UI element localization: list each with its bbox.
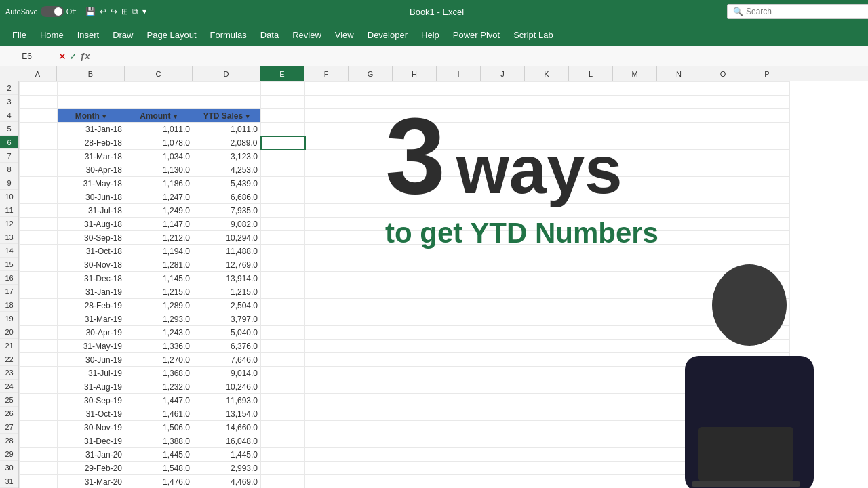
cell-G3[interactable]: [349, 96, 790, 109]
cell-G12[interactable]: [349, 218, 790, 231]
row-num-16[interactable]: 16: [0, 271, 18, 285]
col-header-N[interactable]: N: [657, 66, 701, 81]
header-ytd[interactable]: YTD Sales: [193, 109, 261, 123]
cell-F17[interactable]: [305, 285, 349, 299]
row-num-23[interactable]: 23: [0, 366, 18, 380]
row-num-31[interactable]: 31: [0, 474, 18, 488]
row-num-3[interactable]: 3: [0, 95, 18, 108]
cell-amount-8[interactable]: 1,147.0: [125, 218, 193, 231]
cell-F24[interactable]: [305, 380, 349, 394]
cell-ytd-7[interactable]: 7,935.0: [193, 204, 261, 218]
cell-month-3[interactable]: 31-Mar-18: [58, 150, 125, 163]
row-num-12[interactable]: 12: [0, 217, 18, 230]
cell-amount-7[interactable]: 1,249.0: [125, 204, 193, 218]
cell-ytd-1[interactable]: 1,011.0: [193, 123, 261, 136]
cell-month-14[interactable]: 28-Feb-19: [58, 299, 125, 312]
cell-amount-14[interactable]: 1,289.0: [125, 299, 193, 312]
cell-F3[interactable]: [305, 96, 349, 109]
cell-A16[interactable]: [20, 272, 58, 285]
cell-F26[interactable]: [305, 407, 349, 421]
cell-month-16[interactable]: 30-Apr-19: [58, 326, 125, 340]
cell-F22[interactable]: [305, 353, 349, 367]
cell-ytd-21[interactable]: 11,693.0: [193, 394, 261, 407]
cell-amount-20[interactable]: 1,232.0: [125, 380, 193, 394]
cell-E30[interactable]: [261, 462, 305, 475]
row-num-27[interactable]: 27: [0, 420, 18, 434]
col-header-E[interactable]: E: [260, 66, 304, 81]
row-num-19[interactable]: 19: [0, 312, 18, 325]
cell-A18[interactable]: [20, 299, 58, 312]
cell-ytd-10[interactable]: 11,488.0: [193, 245, 261, 258]
cell-A5[interactable]: [20, 123, 58, 136]
cell-E29[interactable]: [261, 448, 305, 462]
cell-A26[interactable]: [20, 407, 58, 421]
cell-A25[interactable]: [20, 394, 58, 407]
col-header-G[interactable]: G: [349, 66, 393, 81]
cell-E14[interactable]: [261, 245, 305, 258]
cell-F8[interactable]: [305, 163, 349, 177]
cell-E20[interactable]: [261, 326, 305, 340]
cell-month-4[interactable]: 30-Apr-18: [58, 163, 125, 177]
cell-A19[interactable]: [20, 312, 58, 326]
col-header-A[interactable]: A: [19, 66, 57, 81]
menu-draw[interactable]: Draw: [106, 27, 140, 43]
col-header-I[interactable]: I: [437, 66, 481, 81]
cell-amount-9[interactable]: 1,212.0: [125, 231, 193, 245]
header-month[interactable]: Month: [58, 109, 125, 123]
row-num-15[interactable]: 15: [0, 258, 18, 271]
cell-F30[interactable]: [305, 462, 349, 475]
row-num-7[interactable]: 7: [0, 149, 18, 163]
row-num-10[interactable]: 10: [0, 190, 18, 203]
cell-F6[interactable]: [305, 136, 349, 150]
cell-month-11[interactable]: 30-Nov-18: [58, 258, 125, 272]
cell-G9[interactable]: [349, 177, 790, 190]
cell-month-26[interactable]: 29-Feb-20: [58, 462, 125, 475]
menu-home[interactable]: Home: [33, 27, 71, 43]
row-num-21[interactable]: 21: [0, 339, 18, 352]
menu-view[interactable]: View: [328, 27, 361, 43]
cell-F18[interactable]: [305, 299, 349, 312]
cell-amount-10[interactable]: 1,194.0: [125, 245, 193, 258]
cell-reference[interactable]: E6: [0, 52, 54, 61]
row-num-17[interactable]: 17: [0, 285, 18, 298]
cell-month-27[interactable]: 31-Mar-20: [58, 475, 125, 489]
cell-C2[interactable]: [125, 82, 193, 96]
cell-E22[interactable]: [261, 353, 305, 367]
cell-E5[interactable]: [261, 123, 305, 136]
cell-amount-6[interactable]: 1,247.0: [125, 190, 193, 204]
cell-month-6[interactable]: 30-Jun-18: [58, 190, 125, 204]
cell-G13[interactable]: [349, 231, 790, 245]
cell-A20[interactable]: [20, 326, 58, 340]
cell-B3[interactable]: [58, 96, 125, 109]
cell-amount-27[interactable]: 1,476.0: [125, 475, 193, 489]
grid-icon[interactable]: ⊞: [121, 7, 128, 16]
cell-A12[interactable]: [20, 218, 58, 231]
cell-E24[interactable]: [261, 380, 305, 394]
cell-A13[interactable]: [20, 231, 58, 245]
cell-E2[interactable]: [261, 82, 305, 96]
cell-ytd-19[interactable]: 9,014.0: [193, 367, 261, 380]
cell-E4[interactable]: [261, 109, 305, 123]
menu-insert[interactable]: Insert: [71, 27, 106, 43]
cell-F16[interactable]: [305, 272, 349, 285]
row-num-11[interactable]: 11: [0, 203, 18, 217]
cell-G6[interactable]: [349, 136, 790, 150]
save-icon[interactable]: 💾: [85, 7, 96, 16]
cell-E11[interactable]: [261, 204, 305, 218]
cell-A7[interactable]: [20, 150, 58, 163]
cell-ytd-18[interactable]: 7,646.0: [193, 353, 261, 367]
cell-F21[interactable]: [305, 340, 349, 353]
row-num-24[interactable]: 24: [0, 380, 18, 393]
cell-A29[interactable]: [20, 448, 58, 462]
cell-ytd-8[interactable]: 9,082.0: [193, 218, 261, 231]
row-num-4[interactable]: 4: [0, 108, 18, 122]
search-box[interactable]: 🔍: [727, 4, 868, 19]
cell-G11[interactable]: [349, 204, 790, 218]
cell-F27[interactable]: [305, 421, 349, 434]
row-num-18[interactable]: 18: [0, 298, 18, 312]
cell-month-17[interactable]: 31-May-19: [58, 340, 125, 353]
cell-month-12[interactable]: 31-Dec-18: [58, 272, 125, 285]
cell-amount-3[interactable]: 1,034.0: [125, 150, 193, 163]
col-header-F[interactable]: F: [304, 66, 349, 81]
row-num-30[interactable]: 30: [0, 461, 18, 474]
